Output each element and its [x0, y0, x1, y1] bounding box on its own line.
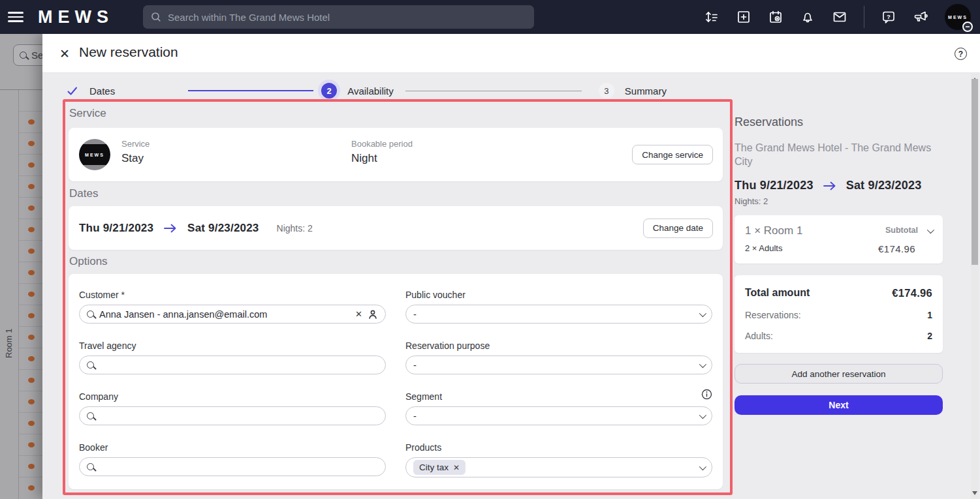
vertical-scrollbar[interactable] — [971, 74, 979, 499]
step-2-circle: 2 — [321, 83, 337, 98]
service-card: MEWS Service Stay Bookable period Night … — [69, 128, 723, 181]
timeline-row — [19, 455, 42, 477]
avatar-status-badge — [962, 22, 973, 32]
expand-room-icon[interactable] — [927, 226, 934, 234]
reservation-purpose-select[interactable]: - — [405, 355, 712, 374]
change-date-button[interactable]: Change date — [643, 219, 713, 238]
timeline-row — [19, 132, 42, 154]
global-search-input[interactable]: Search within The Grand Mews Hotel — [143, 5, 534, 29]
remove-product-icon[interactable]: ✕ — [453, 463, 460, 472]
help-icon[interactable]: ? — [955, 48, 967, 60]
travel-agency-label: Travel agency — [79, 340, 386, 351]
total-reservations-value: 1 — [927, 310, 932, 320]
bookable-period-label: Bookable period — [351, 139, 413, 149]
search-icon — [87, 463, 94, 470]
options-card: Customer * Anna Jansen - anna.jansen@ema… — [69, 274, 723, 489]
total-adults-value: 2 — [927, 331, 932, 341]
product-chip-city-tax[interactable]: City tax ✕ — [413, 460, 466, 475]
timeline-search-text: Se — [31, 50, 43, 61]
customer-input[interactable]: Anna Jansen - anna.jansen@email.com ✕ — [79, 305, 386, 324]
timeline-divider — [0, 89, 42, 90]
timeline-row — [19, 111, 42, 132]
room-row-label: Room 1 — [4, 328, 14, 358]
public-voucher-select[interactable]: - — [405, 305, 712, 324]
info-icon[interactable] — [701, 389, 712, 400]
reservation-dot — [28, 270, 35, 275]
room-subtotal: €174.96 — [878, 243, 915, 254]
close-icon[interactable]: ✕ — [56, 45, 73, 62]
step-3-circle: 3 — [599, 83, 614, 98]
total-card: Total amount €174.96 Reservations: 1 Adu… — [735, 275, 943, 353]
notifications-icon[interactable] — [800, 9, 815, 25]
messages-icon[interactable] — [832, 9, 847, 25]
reservation-dot — [28, 421, 35, 426]
add-another-reservation-button[interactable]: Add another reservation — [735, 364, 943, 384]
company-input[interactable] — [79, 406, 386, 425]
help-chat-icon[interactable]: ? — [881, 9, 896, 25]
screen: Se Room 1 MEWS Search within The Grand M… — [0, 0, 980, 499]
customer-label: Customer * — [79, 290, 386, 300]
bookable-period-value: Night — [351, 152, 413, 165]
next-button[interactable]: Next — [735, 395, 943, 415]
person-icon[interactable] — [368, 309, 378, 320]
top-nav: MEWS Search within The Grand Mews Hotel — [0, 0, 980, 34]
reservation-dot — [28, 399, 35, 404]
booker-input[interactable] — [79, 457, 386, 476]
room-guests: 2 × Adults — [745, 243, 878, 254]
segment-label: Segment — [405, 391, 712, 402]
announcements-icon[interactable] — [913, 9, 928, 25]
sort-order-icon[interactable] — [704, 9, 719, 25]
step-dates[interactable]: Dates — [89, 85, 115, 97]
subtotal-label: Subtotal — [885, 226, 918, 235]
add-reservation-icon[interactable] — [736, 9, 751, 25]
timeline-row — [19, 477, 42, 498]
step-availability[interactable]: Availability — [347, 85, 394, 97]
timeline-row — [19, 175, 42, 197]
company-label: Company — [79, 391, 386, 402]
stepper-connector-done — [188, 90, 313, 91]
timeline-row — [19, 434, 42, 455]
booker-field: Booker — [79, 442, 386, 477]
reservation-purpose-value: - — [413, 360, 694, 370]
user-avatar[interactable]: MEWS — [945, 4, 971, 30]
room-summary-card: 1 × Room 1 Subtotal 2 × Adults €174.96 — [735, 215, 943, 264]
service-logo: MEWS — [79, 139, 110, 170]
reservation-dot — [28, 205, 35, 211]
public-voucher-field: Public voucher - — [405, 290, 712, 324]
arrow-right-icon — [163, 224, 178, 233]
timeline-rows — [19, 111, 42, 498]
menu-icon[interactable] — [8, 10, 24, 24]
search-icon — [87, 412, 94, 419]
reservation-dot — [28, 292, 35, 297]
mews-logo[interactable]: MEWS — [38, 7, 114, 27]
segment-select[interactable]: - — [405, 406, 712, 425]
company-field: Company — [79, 391, 386, 425]
service-label: Service — [121, 139, 150, 149]
reservation-dot — [28, 249, 35, 254]
step-summary[interactable]: Summary — [625, 85, 667, 97]
change-service-button[interactable]: Change service — [632, 145, 713, 164]
reservation-purpose-field: Reservation purpose - — [405, 340, 712, 374]
annotation-highlight-box: Service MEWS Service Stay Bookable perio… — [63, 99, 733, 495]
timeline-row — [19, 369, 42, 391]
products-field: Products City tax ✕ — [405, 442, 712, 477]
clear-customer-icon[interactable]: ✕ — [355, 309, 362, 319]
products-select[interactable]: City tax ✕ — [405, 457, 712, 477]
calendar-view-icon[interactable] — [768, 9, 783, 25]
timeline-row — [19, 391, 42, 412]
dates-card: Thu 9/21/2023 Sat 9/23/2023 Nights: 2 Ch… — [69, 206, 723, 250]
global-search-placeholder: Search within The Grand Mews Hotel — [168, 12, 330, 23]
nights-count: Nights: 2 — [277, 223, 313, 234]
scrollbar-thumb[interactable] — [972, 79, 978, 265]
timeline-row — [19, 240, 42, 262]
scroll-down-arrow[interactable] — [972, 491, 977, 495]
hotel-name: The Grand Mews Hotel - The Grand Mews Ci… — [735, 141, 943, 168]
travel-agency-input[interactable] — [79, 355, 386, 374]
travel-agency-field: Travel agency — [79, 340, 386, 374]
chevron-down-icon — [699, 411, 706, 418]
end-date: Sat 9/23/2023 — [187, 222, 259, 235]
public-voucher-label: Public voucher — [405, 290, 712, 300]
products-label: Products — [405, 442, 712, 453]
summary-start-date: Thu 9/21/2023 — [735, 179, 814, 192]
search-icon — [87, 310, 94, 318]
